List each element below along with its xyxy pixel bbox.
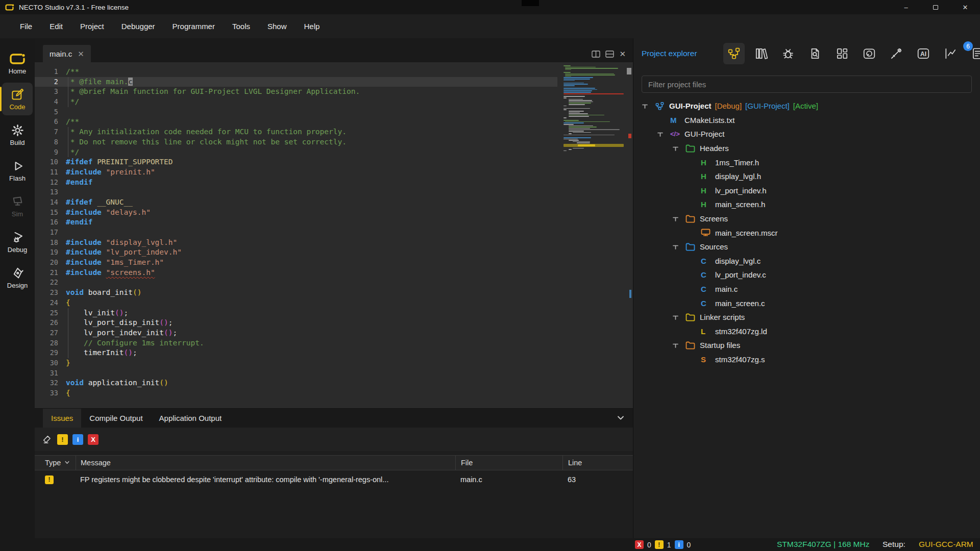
tree-item-stm32f407zg-s[interactable]: Sstm32f407zg.s bbox=[633, 353, 980, 367]
sidebar-item-home[interactable]: Home bbox=[2, 47, 33, 80]
notes-icon[interactable]: 6 bbox=[967, 43, 980, 64]
library-icon[interactable] bbox=[750, 43, 772, 64]
minimap-bar bbox=[569, 103, 591, 104]
toggle-warnings-button[interactable]: ! bbox=[57, 434, 68, 445]
line-number: 8 bbox=[35, 137, 58, 147]
tree-item-screens[interactable]: Screens bbox=[633, 212, 980, 226]
minimap-bar bbox=[569, 115, 604, 116]
filter-project-files-input[interactable] bbox=[642, 80, 971, 89]
tree-item-startup-files[interactable]: Startup files bbox=[633, 338, 980, 353]
activity-chart-icon[interactable] bbox=[940, 43, 961, 64]
tree-item-lv-port-indev-h[interactable]: Hlv_port_indev.h bbox=[633, 184, 980, 198]
menu-project[interactable]: Project bbox=[71, 14, 113, 38]
tree-item-display-lvgl-h[interactable]: Hdisplay_lvgl.h bbox=[633, 169, 980, 184]
tree-item-label: display_lvgl.h bbox=[715, 172, 761, 181]
clear-issues-button[interactable] bbox=[42, 434, 53, 445]
code-line-25: 25 lv_init(); bbox=[35, 308, 557, 318]
tree-expand-arrow-icon[interactable] bbox=[672, 145, 685, 152]
file-search-icon[interactable] bbox=[804, 43, 826, 64]
line-number: 24 bbox=[35, 298, 58, 308]
tree-item-1ms-timer-h[interactable]: H1ms_Timer.h bbox=[633, 155, 980, 169]
tree-item-gui-project[interactable]: GUI-Project[Debug][GUI-Project][Active] bbox=[633, 99, 980, 113]
menu-file[interactable]: File bbox=[11, 14, 41, 38]
minimap-bar bbox=[565, 67, 596, 68]
tab-close-icon[interactable]: ✕ bbox=[78, 50, 84, 58]
toggle-errors-button[interactable]: X bbox=[88, 434, 99, 445]
sidebar-item-debug[interactable]: Debug bbox=[2, 226, 33, 258]
code-editor[interactable]: 1/**2 * @file main.c3 * @brief Main func… bbox=[35, 62, 633, 408]
tree-expand-arrow-icon[interactable] bbox=[672, 244, 685, 250]
tree-item-display-lvgl-c[interactable]: Cdisplay_lvgl.c bbox=[633, 254, 980, 268]
tree-item-stm32f407zg-ld[interactable]: Lstm32f407zg.ld bbox=[633, 324, 980, 339]
split-vertical-icon[interactable] bbox=[592, 51, 600, 58]
tree-expand-arrow-icon[interactable] bbox=[657, 131, 670, 137]
tab-label: main.c bbox=[50, 49, 72, 58]
tree-expand-arrow-icon[interactable] bbox=[642, 103, 655, 109]
project-tree-icon[interactable] bbox=[723, 43, 745, 64]
preview-icon[interactable] bbox=[859, 43, 880, 64]
sidebar-item-flash[interactable]: Flash bbox=[2, 154, 33, 187]
menu-debugger[interactable]: Debugger bbox=[113, 14, 164, 38]
issue-row[interactable]: ! FP registers might be clobbered despit… bbox=[35, 470, 633, 489]
close-editor-icon[interactable]: ✕ bbox=[619, 50, 626, 58]
tree-item-cmakelists-txt[interactable]: MCMakeLists.txt bbox=[633, 113, 980, 128]
tree-item-headers[interactable]: Headers bbox=[633, 141, 980, 156]
scrollbar-marker[interactable] bbox=[627, 68, 631, 74]
collapse-panel-chevron-icon[interactable] bbox=[617, 414, 625, 424]
setup-value[interactable]: GUI-GCC-ARM bbox=[919, 540, 973, 549]
output-tab-application-output[interactable]: Application Output bbox=[151, 409, 230, 428]
sidebar-item-code[interactable]: Code bbox=[2, 83, 33, 115]
sidebar-item-sim[interactable]: Sim bbox=[2, 190, 33, 222]
line-number: 11 bbox=[35, 167, 58, 178]
tree-item-main-screen-mscr[interactable]: main_screen.mscr bbox=[633, 226, 980, 240]
ai-icon[interactable]: AI bbox=[913, 43, 934, 64]
tools-icon[interactable] bbox=[886, 43, 907, 64]
tree-item-label: CMakeLists.txt bbox=[684, 116, 734, 124]
tab-main-c[interactable]: main.c ✕ bbox=[43, 45, 91, 62]
code-lines: 1/**2 * @file main.c3 * @brief Main func… bbox=[35, 67, 557, 398]
menu-programmer[interactable]: Programmer bbox=[164, 14, 224, 38]
sidebar-item-build[interactable]: Build bbox=[2, 118, 33, 151]
tree-item-main-screen-h[interactable]: Hmain_screen.h bbox=[633, 197, 980, 212]
output-tab-compile-output[interactable]: Compile Output bbox=[81, 409, 151, 428]
tree-item-main-c[interactable]: Cmain.c bbox=[633, 282, 980, 296]
sidebar-item-design[interactable]: Design bbox=[2, 261, 33, 294]
minimize-button[interactable]: – bbox=[891, 0, 921, 14]
tree-item-label: stm32f407zg.ld bbox=[715, 327, 767, 336]
code-line-20: 20#include "1ms_Timer.h" bbox=[35, 258, 557, 268]
column-header-message[interactable]: Message bbox=[76, 456, 455, 470]
debug-bug-icon[interactable] bbox=[777, 43, 799, 64]
h-icon: H bbox=[701, 200, 715, 209]
toggle-infos-button[interactable]: i bbox=[72, 434, 83, 445]
column-header-type[interactable]: Type bbox=[35, 456, 76, 470]
minimap-bar bbox=[569, 116, 589, 117]
tree-item-lv-port-indev-c[interactable]: Clv_port_indev.c bbox=[633, 268, 980, 282]
column-header-file[interactable]: File bbox=[455, 456, 562, 470]
h-icon: H bbox=[701, 186, 715, 195]
code-line-21: 21#include "screens.h" bbox=[35, 268, 557, 278]
menu-show[interactable]: Show bbox=[259, 14, 296, 38]
tree-expand-arrow-icon[interactable] bbox=[672, 342, 685, 348]
maximize-button[interactable] bbox=[921, 0, 950, 14]
close-button[interactable]: ✕ bbox=[950, 0, 980, 14]
menu-edit[interactable]: Edit bbox=[41, 14, 71, 38]
tree-item-gui-project[interactable]: </>GUI-Project bbox=[633, 127, 980, 141]
cfile-icon: C bbox=[701, 299, 715, 308]
tree-expand-arrow-icon[interactable] bbox=[672, 216, 685, 222]
output-tab-issues[interactable]: Issues bbox=[43, 409, 81, 428]
tree-item-sources[interactable]: Sources bbox=[633, 240, 980, 254]
layout-grid-icon[interactable] bbox=[831, 43, 853, 64]
menu-tools[interactable]: Tools bbox=[224, 14, 259, 38]
tree-item-linker-scripts[interactable]: Linker scripts bbox=[633, 310, 980, 324]
folder-orange-icon bbox=[685, 341, 700, 349]
tree-item-main-screen-c[interactable]: Cmain_screen.c bbox=[633, 296, 980, 310]
split-horizontal-icon[interactable] bbox=[605, 51, 614, 58]
type-filter-chevron-icon[interactable] bbox=[64, 459, 70, 467]
device-label[interactable]: STM32F407ZG | 168 MHz bbox=[777, 540, 869, 549]
column-header-line[interactable]: Line bbox=[562, 456, 633, 470]
minimap[interactable] bbox=[564, 65, 624, 147]
menu-help[interactable]: Help bbox=[296, 14, 329, 38]
code-line-9: 9 */ bbox=[35, 147, 557, 158]
tree-expand-arrow-icon[interactable] bbox=[672, 314, 685, 320]
minimap-bar bbox=[577, 142, 590, 143]
